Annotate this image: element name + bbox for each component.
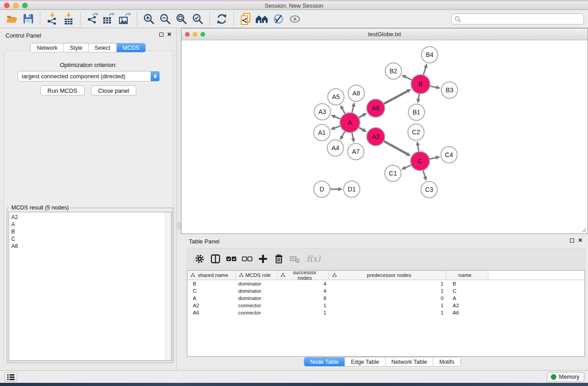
- node-A3[interactable]: A3: [314, 104, 330, 120]
- add-column-button[interactable]: [257, 253, 269, 265]
- table-cell[interactable]: dominator: [236, 295, 277, 302]
- new-network-from-selection-button[interactable]: [238, 11, 254, 27]
- table-cell[interactable]: C: [187, 287, 236, 295]
- result-item[interactable]: C: [11, 235, 171, 243]
- run-mcds-button[interactable]: Run MCDS: [40, 86, 85, 95]
- table-tab-network-table[interactable]: Network Table: [386, 357, 434, 366]
- edge-C-C4[interactable]: [429, 157, 437, 159]
- node-C[interactable]: C: [411, 152, 430, 171]
- node-B1[interactable]: B1: [408, 104, 425, 120]
- zoom-out-button[interactable]: [157, 11, 173, 27]
- edge-B-B4[interactable]: [423, 67, 426, 76]
- node-A6[interactable]: A6: [367, 99, 385, 117]
- edge-A-A2[interactable]: [358, 127, 363, 130]
- task-history-button[interactable]: [5, 372, 17, 382]
- window-resize-grip[interactable]: [580, 226, 587, 233]
- result-item[interactable]: A: [11, 221, 171, 228]
- table-cell[interactable]: A2: [446, 302, 488, 309]
- show-graphics-details-button[interactable]: [287, 11, 303, 27]
- network-window-titlebar[interactable]: testGlobe.txt: [182, 29, 588, 40]
- node-C2[interactable]: C2: [408, 124, 424, 140]
- table-cell[interactable]: A2: [187, 302, 236, 309]
- result-item[interactable]: A2: [11, 214, 171, 221]
- node-A7[interactable]: A7: [348, 143, 364, 160]
- search-field[interactable]: [451, 14, 584, 24]
- tab-network[interactable]: Network: [31, 43, 64, 52]
- edge-C-C2[interactable]: [418, 145, 419, 152]
- apply-layout-button[interactable]: [214, 11, 230, 27]
- criterion-select[interactable]: largest connected component (directed): [18, 71, 160, 81]
- table-cell[interactable]: 1: [277, 302, 329, 309]
- edge-A-A5[interactable]: [342, 108, 345, 114]
- zoom-fit-button[interactable]: [173, 11, 190, 27]
- column-header-successor-nodes[interactable]: successor nodes: [277, 271, 329, 280]
- table-cell[interactable]: connector: [236, 309, 277, 316]
- table-cell[interactable]: 8: [277, 295, 329, 302]
- node-D1[interactable]: D1: [344, 181, 360, 197]
- tab-mcds[interactable]: MCDS: [117, 43, 145, 52]
- table-cell[interactable]: 1: [329, 287, 446, 295]
- edge-A-A7[interactable]: [352, 132, 353, 139]
- edge-C-C1[interactable]: [405, 165, 412, 168]
- edge-B-B1[interactable]: [418, 93, 419, 100]
- column-header-mcds-role[interactable]: MCDS role: [236, 271, 277, 280]
- network-canvas[interactable]: B4B2BB3A8A5A6A3B1AA1C2A2A4A7C4CC1C3DD1: [182, 40, 588, 234]
- result-item[interactable]: A6: [11, 243, 171, 250]
- table-cell[interactable]: 0: [329, 295, 446, 302]
- edge-A-A8[interactable]: [352, 105, 354, 113]
- tab-style[interactable]: Style: [64, 43, 89, 52]
- delete-column-button[interactable]: [273, 253, 285, 265]
- node-A1[interactable]: A1: [314, 124, 330, 141]
- first-neighbors-button[interactable]: [254, 11, 270, 27]
- edge-A6-B[interactable]: [383, 91, 408, 104]
- edge-B-B2[interactable]: [405, 76, 412, 80]
- float-table-panel-icon[interactable]: [570, 238, 574, 243]
- float-panel-icon[interactable]: [159, 33, 163, 37]
- import-network-button[interactable]: [44, 11, 60, 27]
- close-panel-button[interactable]: Close panel: [91, 86, 137, 95]
- table-cell[interactable]: A: [187, 295, 236, 302]
- tab-select[interactable]: Select: [89, 43, 117, 52]
- open-session-button[interactable]: [4, 11, 20, 27]
- table-cell[interactable]: 1: [277, 309, 329, 316]
- node-B4[interactable]: B4: [421, 47, 438, 63]
- function-builder-button[interactable]: f(x): [306, 254, 320, 263]
- close-panel-icon[interactable]: ✕: [167, 32, 172, 37]
- memory-button[interactable]: Memory: [547, 372, 584, 382]
- table-cell[interactable]: A: [446, 295, 488, 302]
- search-input[interactable]: [461, 14, 583, 24]
- unselect-all-columns-button[interactable]: [241, 253, 253, 265]
- zoom-in-button[interactable]: [141, 11, 157, 27]
- export-table-button[interactable]: [100, 11, 117, 27]
- edge-A-A6[interactable]: [358, 115, 364, 118]
- vertical-splitter-grip[interactable]: [177, 223, 181, 229]
- node-A5[interactable]: A5: [328, 89, 344, 105]
- table-cell[interactable]: B: [187, 280, 236, 287]
- table-cell[interactable]: 1: [329, 280, 446, 287]
- result-item[interactable]: B: [11, 228, 171, 235]
- export-image-button[interactable]: [117, 11, 133, 27]
- edge-A2-C[interactable]: [383, 141, 408, 154]
- show-column-button[interactable]: [210, 253, 221, 265]
- node-A4[interactable]: A4: [327, 140, 344, 156]
- result-list-scrollbar[interactable]: [165, 212, 171, 360]
- node-D[interactable]: D: [314, 181, 330, 197]
- import-table-button[interactable]: [60, 11, 76, 27]
- table-cell[interactable]: C: [446, 287, 488, 295]
- node-A8[interactable]: A8: [348, 85, 364, 101]
- edge-A-A4[interactable]: [342, 131, 345, 137]
- close-table-panel-icon[interactable]: ✕: [578, 238, 583, 243]
- table-tab-edge-table[interactable]: Edge Table: [345, 357, 385, 366]
- node-B[interactable]: B: [411, 75, 430, 94]
- table-settings-button[interactable]: [194, 253, 206, 265]
- node-A2[interactable]: A2: [367, 128, 385, 146]
- node-C1[interactable]: C1: [385, 165, 401, 181]
- table-cell[interactable]: dominator: [236, 280, 277, 287]
- edge-B-B3[interactable]: [430, 86, 437, 87]
- hide-graphics-details-button[interactable]: [270, 11, 287, 27]
- node-B2[interactable]: B2: [385, 63, 402, 79]
- save-session-button[interactable]: [20, 11, 36, 27]
- table-tab-motifs[interactable]: Motifs: [433, 357, 460, 366]
- node-C4[interactable]: C4: [441, 147, 457, 163]
- node-C3[interactable]: C3: [421, 181, 437, 198]
